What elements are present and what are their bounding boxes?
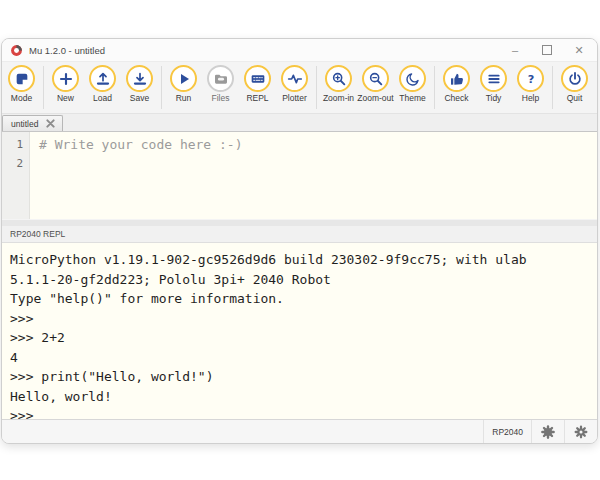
- code-line: # Write your code here :-): [39, 135, 597, 154]
- toolbar-button-label: Help: [522, 93, 539, 103]
- repl-line: >>>: [10, 406, 589, 419]
- repl-line: >>> print("Hello, world!"): [10, 367, 589, 387]
- toolbar-separator: [434, 66, 435, 109]
- mode-icon: [8, 65, 35, 92]
- toolbar-button-save[interactable]: Save: [121, 65, 158, 103]
- titlebar: Mu 1.2.0 - untitled – ✕: [2, 39, 597, 62]
- repl-header: RP2040 REPL: [2, 226, 597, 243]
- repl-line: Hello, world!: [10, 387, 589, 407]
- toolbar-button-plotter[interactable]: Plotter: [276, 65, 313, 103]
- repl-output[interactable]: MicroPython v1.19.1-902-gc9526d9d6 build…: [2, 243, 597, 419]
- repl-line: Type "help()" for more information.: [10, 289, 589, 309]
- admin-gear-icon: [573, 424, 589, 440]
- toolbar-button-zoom-in[interactable]: Zoom-in: [320, 65, 357, 103]
- toolbar-button-label: REPL: [246, 93, 268, 103]
- toolbar-button-label: Tidy: [486, 93, 502, 103]
- toolbar-separator: [161, 66, 162, 109]
- load-icon: [89, 65, 116, 92]
- toolbar-button-files: Files: [202, 65, 239, 103]
- toolbar-button-quit[interactable]: Quit: [556, 65, 593, 103]
- tab-bar: untitled: [2, 114, 597, 132]
- toolbar-button-label: Check: [444, 93, 468, 103]
- tab-untitled[interactable]: untitled: [2, 115, 63, 131]
- status-icon-cell[interactable]: [531, 420, 564, 443]
- status-bar: RP2040: [2, 419, 597, 443]
- repl-line: >>> 2+2: [10, 328, 589, 348]
- toolbar-button-label: Files: [212, 93, 230, 103]
- toolbar-button-label: Zoom-out: [357, 93, 393, 103]
- toolbar-button-theme[interactable]: Theme: [394, 65, 431, 103]
- code-editor[interactable]: 12 # Write your code here :-): [2, 132, 597, 219]
- toolbar-button-label: Plotter: [282, 93, 307, 103]
- zoom-in-icon: [325, 65, 352, 92]
- toolbar-separator: [316, 66, 317, 109]
- code-area[interactable]: # Write your code here :-): [30, 132, 597, 219]
- status-icon-cell[interactable]: [564, 420, 597, 443]
- toolbar-button-label: Run: [176, 93, 192, 103]
- code-line: [39, 154, 597, 173]
- toolbar: ModeNewLoadSaveRunFilesREPLPlotterZoom-i…: [2, 62, 597, 114]
- toolbar-button-tidy[interactable]: Tidy: [475, 65, 512, 103]
- toolbar-button-label: Zoom-in: [323, 93, 354, 103]
- maximize-button[interactable]: [541, 44, 553, 56]
- save-icon: [126, 65, 153, 92]
- svg-text:?: ?: [527, 71, 534, 85]
- toolbar-button-label: Load: [93, 93, 112, 103]
- toolbar-button-repl[interactable]: REPL: [239, 65, 276, 103]
- quit-icon: [561, 65, 588, 92]
- toolbar-button-zoom-out[interactable]: Zoom-out: [357, 65, 394, 103]
- line-number: 2: [2, 154, 23, 173]
- status-mode-cell: RP2040: [483, 420, 531, 443]
- theme-icon: [399, 65, 426, 92]
- mu-logo-icon: [10, 44, 23, 57]
- files-icon: [207, 65, 234, 92]
- toolbar-button-load[interactable]: Load: [84, 65, 121, 103]
- tab-label: untitled: [11, 119, 38, 129]
- toolbar-button-label: Mode: [11, 93, 32, 103]
- new-icon: [52, 65, 79, 92]
- toolbar-button-run[interactable]: Run: [165, 65, 202, 103]
- toolbar-button-check[interactable]: Check: [438, 65, 475, 103]
- toolbar-button-label: New: [57, 93, 74, 103]
- zoom-out-icon: [362, 65, 389, 92]
- mu-app-window: Mu 1.2.0 - untitled – ✕ ModeNewLoadSaveR…: [1, 38, 598, 444]
- repl-icon: [244, 65, 271, 92]
- toolbar-button-label: Theme: [399, 93, 425, 103]
- check-icon: [443, 65, 470, 92]
- window-title: Mu 1.2.0 - untitled: [29, 45, 509, 56]
- toolbar-button-mode[interactable]: Mode: [3, 65, 40, 103]
- close-button[interactable]: ✕: [573, 44, 585, 56]
- repl-line: >>>: [10, 309, 589, 329]
- run-icon: [170, 65, 197, 92]
- window-controls: – ✕: [509, 44, 585, 56]
- tab-close-icon[interactable]: [46, 119, 55, 128]
- tidy-icon: [480, 65, 507, 92]
- repl-line: MicroPython v1.19.1-902-gc9526d9d6 build…: [10, 250, 589, 270]
- minimize-button[interactable]: –: [509, 44, 521, 56]
- status-mode-label: RP2040: [492, 427, 523, 437]
- repl-line: 4: [10, 348, 589, 368]
- repl-header-label: RP2040 REPL: [10, 229, 65, 239]
- toolbar-button-help[interactable]: ?Help: [512, 65, 549, 103]
- help-icon: ?: [517, 65, 544, 92]
- plotter-icon: [281, 65, 308, 92]
- toolbar-separator: [552, 66, 553, 109]
- device-gear-icon: [540, 424, 556, 440]
- toolbar-button-label: Quit: [567, 93, 583, 103]
- pane-splitter[interactable]: [2, 219, 597, 226]
- toolbar-button-new[interactable]: New: [47, 65, 84, 103]
- toolbar-button-label: Save: [130, 93, 149, 103]
- line-number: 1: [2, 135, 23, 154]
- line-number-gutter: 12: [2, 132, 30, 219]
- repl-line: 5.1.1-20-gf2dd223; Pololu 3pi+ 2040 Robo…: [10, 270, 589, 290]
- toolbar-separator: [43, 66, 44, 109]
